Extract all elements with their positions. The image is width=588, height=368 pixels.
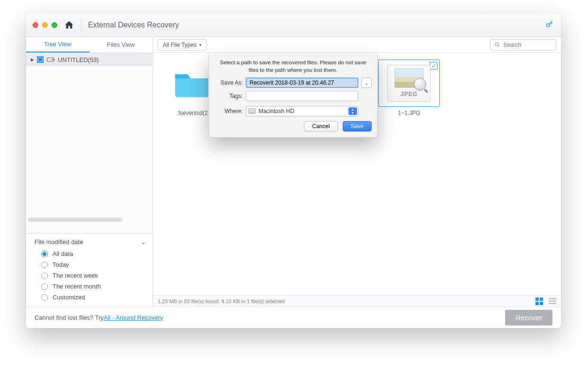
home-icon[interactable] xyxy=(64,20,74,30)
toolbar: All File Types ▾ xyxy=(153,37,561,53)
filter-option-recent-week[interactable]: The recent week xyxy=(35,270,146,281)
disclosure-triangle-icon[interactable]: ▶ xyxy=(31,57,34,62)
svg-point-3 xyxy=(495,43,499,46)
grid-view-button[interactable] xyxy=(535,298,544,305)
radio-icon xyxy=(41,283,48,290)
horizontal-scrollbar[interactable] xyxy=(28,218,123,222)
drive-icon xyxy=(46,56,55,63)
app-window: External Devices Recovery Tree View File… xyxy=(26,13,561,328)
key-icon[interactable] xyxy=(545,19,554,31)
separator xyxy=(81,19,81,31)
chevron-down-icon[interactable]: ⌄ xyxy=(141,239,146,245)
save-button[interactable]: Save xyxy=(343,121,372,131)
tree-view[interactable]: ▶ UNTITLED(53) xyxy=(26,53,152,234)
search-field[interactable] xyxy=(490,39,556,51)
page-title: External Devices Recovery xyxy=(88,21,179,29)
save-dialog: Select a path to save the recovered file… xyxy=(208,54,378,138)
recover-button[interactable]: Recover xyxy=(505,310,552,325)
tags-label: Tags: xyxy=(214,93,243,99)
file-item-image[interactable]: ✓ JPEG 1~1.JPG xyxy=(378,60,440,116)
filter-option-customized[interactable]: Customized xyxy=(35,292,146,303)
disclosure-button[interactable]: ⌄ xyxy=(361,78,372,88)
tree-item-label: UNTITLED(53) xyxy=(58,56,99,63)
tab-tree-view[interactable]: Tree View xyxy=(26,37,89,53)
view-tabs: Tree View Files View xyxy=(26,37,152,53)
radio-icon xyxy=(41,294,48,301)
footer: Cannot find lost files? Try All - Around… xyxy=(26,307,561,328)
file-name: 1~1.JPG xyxy=(398,110,420,116)
close-window-button[interactable] xyxy=(33,22,38,28)
view-mode-switch xyxy=(535,298,556,305)
combo-stepper-icon: ▲▼ xyxy=(348,107,357,115)
save-as-input[interactable] xyxy=(246,78,358,88)
folder-icon xyxy=(173,67,214,100)
radio-icon xyxy=(41,262,48,268)
radio-icon xyxy=(41,272,48,279)
dialog-message: Select a path to save the recovered file… xyxy=(214,59,372,74)
radio-icon xyxy=(41,251,48,257)
save-as-label: Save As: xyxy=(214,79,243,86)
filter-option-label: Customized xyxy=(53,294,85,301)
file-badge: JPEG xyxy=(401,91,418,97)
file-name: .fseventsd(2) xyxy=(177,110,209,116)
list-view-button[interactable] xyxy=(549,298,556,304)
titlebar: External Devices Recovery xyxy=(26,13,561,37)
file-type-filter-label: All File Types xyxy=(163,42,196,48)
window-controls xyxy=(33,22,57,28)
where-value: Macintosh HD xyxy=(258,108,294,114)
tab-files-view[interactable]: Files View xyxy=(89,37,153,53)
chevron-down-icon: ▾ xyxy=(199,43,202,47)
all-around-recovery-link[interactable]: All - Around Recovery xyxy=(104,314,163,321)
tags-input[interactable] xyxy=(246,91,358,101)
search-icon xyxy=(494,42,500,48)
filter-panel: File modified date ⌄ All data Today The … xyxy=(26,234,152,307)
filter-heading: File modified date xyxy=(35,238,83,245)
where-label: Where: xyxy=(214,108,243,114)
status-bar: 1.23 MB in 53 file(s) found, 4.10 KB in … xyxy=(153,295,561,307)
file-thumbnail: ✓ JPEG xyxy=(378,60,440,107)
chevron-down-icon: ⌄ xyxy=(365,80,368,86)
maximize-window-button[interactable] xyxy=(52,22,57,28)
tree-root-item[interactable]: ▶ UNTITLED(53) xyxy=(26,53,152,66)
cancel-button[interactable]: Cancel xyxy=(304,121,338,131)
filter-option-label: All data xyxy=(53,250,73,257)
tree-item-checkbox[interactable] xyxy=(37,56,44,63)
file-checkbox[interactable]: ✓ xyxy=(430,62,437,70)
file-type-filter-button[interactable]: All File Types ▾ xyxy=(158,39,207,51)
filter-option-today[interactable]: Today xyxy=(35,259,146,270)
status-text: 1.23 MB in 53 file(s) found, 4.10 KB in … xyxy=(158,298,285,304)
filter-option-label: The recent week xyxy=(53,272,98,279)
filter-option-all-data[interactable]: All data xyxy=(35,248,146,259)
filter-option-label: Today xyxy=(53,261,69,268)
filter-option-recent-month[interactable]: The recent month xyxy=(35,281,146,292)
jpeg-preview-icon: JPEG xyxy=(387,65,431,102)
filter-option-label: The recent month xyxy=(53,283,101,290)
left-panel: Tree View Files View ▶ UNTITLED(53) File xyxy=(26,37,153,307)
where-select[interactable]: Macintosh HD ▲▼ xyxy=(246,106,358,116)
hard-drive-icon xyxy=(248,108,256,114)
svg-rect-4 xyxy=(175,79,211,97)
footer-hint: Cannot find lost files? Try xyxy=(35,314,104,321)
search-input[interactable] xyxy=(503,42,552,48)
svg-point-2 xyxy=(52,59,53,60)
minimize-window-button[interactable] xyxy=(42,22,48,28)
